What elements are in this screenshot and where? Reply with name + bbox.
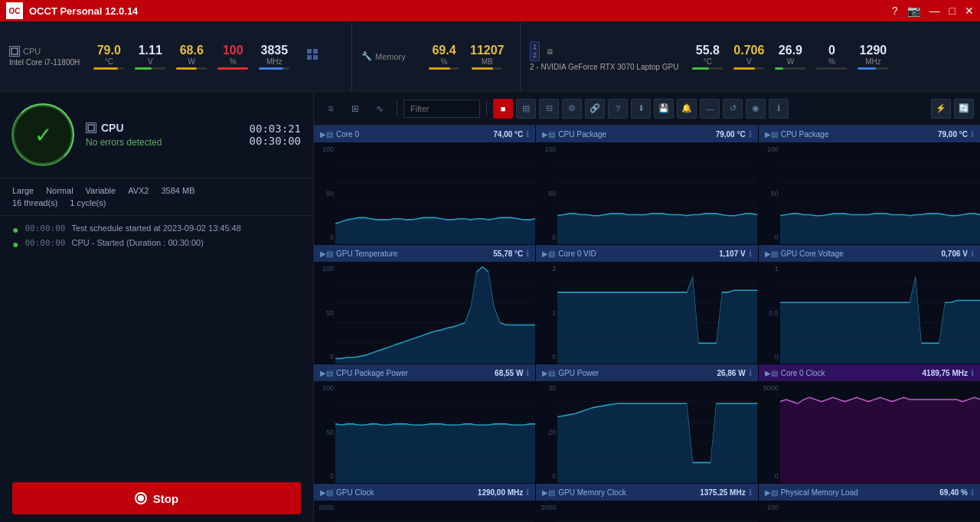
cpu-device-name: Intel Core i7-11800H (9, 58, 80, 67)
svg-marker-30 (557, 277, 757, 364)
graph-icon-8: ▶▤ (765, 369, 778, 377)
graph-header-2: ▶▤ CPU Package 79,00 °C ℹ (759, 126, 980, 142)
gpu-load-value: 0 (828, 44, 835, 57)
graph-info-9[interactable]: ℹ (526, 488, 529, 498)
graph-cell-8: ▶▤ Core 0 Clock 4189,75 MHz ℹ 50000 (759, 364, 980, 483)
graph-info-0[interactable]: ℹ (526, 129, 529, 139)
graph-value-4: 1,107 V (719, 250, 745, 258)
gpu-stats-group: 55.8 °C 0.706 V 26.9 W 0 % 1290 MHz (692, 44, 888, 70)
graph-value-10: 1375,25 MHz (700, 488, 745, 497)
titlebar: OC OCCT Personal 12.0.14 ? 📷 — □ ✕ (0, 0, 980, 21)
toolbar-save-icon[interactable]: 💾 (654, 99, 674, 119)
cpu-load-unit: % (230, 57, 237, 66)
stop-button[interactable]: Stop (12, 482, 301, 514)
cpu-grid-icon[interactable] (306, 48, 320, 64)
graph-canvas-6 (335, 381, 535, 483)
graph-value-7: 26,86 W (717, 369, 745, 377)
log-entry-1: ● 00:00:00 CPU - Started (Duration : 00:… (12, 238, 301, 250)
gpu-power-unit: W (787, 57, 794, 66)
graph-value-0: 74,00 °C (493, 130, 523, 139)
config-area: Large Normal Variable AVX2 3584 MB 16 th… (0, 178, 313, 216)
graph-yaxis-10: 20000 (536, 501, 557, 522)
toolbar-record-icon[interactable]: ◉ (746, 99, 766, 119)
graph-title-11: Physical Memory Load (781, 488, 937, 497)
toolbar-table-icon[interactable]: ⊟ (539, 99, 559, 119)
cpu-power-bar (176, 67, 207, 70)
graph-cell-0: ▶▤ Core 0 74,00 °C ℹ 100500 (314, 126, 535, 244)
toolbar-alert-icon[interactable]: 🔔 (677, 99, 697, 119)
graph-header-8: ▶▤ Core 0 Clock 4189,75 MHz ℹ (759, 364, 980, 381)
toolbar-settings-icon[interactable]: ⚙ (562, 99, 582, 119)
toolbar-minus-icon[interactable]: — (700, 99, 720, 119)
graph-body-4: 210 (536, 262, 757, 364)
graph-info-8[interactable]: ℹ (971, 368, 974, 378)
log-area: ● 00:00:00 Test schedule started at 2023… (0, 216, 313, 475)
cpu-volt-bar (135, 67, 165, 70)
cpu-label: CPU (9, 46, 41, 57)
toolbar-cycle-icon[interactable]: ↺ (723, 99, 743, 119)
graph-info-7[interactable]: ℹ (749, 368, 752, 378)
graph-yaxis-5: 10.50 (759, 262, 780, 364)
memory-mb-value: 11207 (470, 44, 505, 57)
cpu-volt-unit: V (148, 57, 153, 66)
check-icon: ✓ (34, 122, 52, 148)
cpu-power-unit: W (188, 57, 195, 66)
cpu-icon (9, 46, 20, 57)
graph-body-10: 20000 (536, 501, 757, 522)
graph-info-5[interactable]: ℹ (971, 249, 974, 259)
minimize-icon[interactable]: — (929, 5, 940, 17)
toolbar-download-icon[interactable]: ⬇ (631, 99, 651, 119)
toolbar-list-view[interactable]: ≡ (320, 99, 341, 119)
toolbar-chart-view[interactable]: ∿ (369, 99, 390, 119)
config-threads: 16 thread(s) (12, 198, 57, 207)
graph-body-5: 10.50 (759, 262, 980, 364)
close-icon[interactable]: ✕ (965, 5, 974, 17)
graph-cell-10: ▶▤ GPU Memory Clock 1375,25 MHz ℹ 20000 (536, 484, 757, 522)
gpu-power-bar (775, 67, 805, 70)
graph-icon-10: ▶▤ (542, 488, 555, 497)
graph-info-6[interactable]: ℹ (526, 368, 529, 378)
graph-header-10: ▶▤ GPU Memory Clock 1375,25 MHz ℹ (536, 484, 757, 501)
gpu-section-title: 1 2 🖥 2 - NVIDIA GeForce RTX 3070 Laptop… (530, 41, 678, 71)
graph-title-4: Core 0 VID (558, 250, 716, 258)
graph-info-10[interactable]: ℹ (749, 488, 752, 498)
log-time-0: 00:00:00 (24, 223, 65, 233)
toolbar-help-icon[interactable]: ? (608, 99, 628, 119)
toolbar-refresh-icon[interactable]: 🔄 (954, 99, 974, 119)
graph-info-4[interactable]: ℹ (749, 249, 752, 259)
log-text-0: Test schedule started at 2023-09-02 13:4… (71, 223, 240, 233)
graph-icon-2: ▶▤ (765, 130, 778, 139)
svg-rect-5 (88, 125, 94, 131)
toolbar-filter-icon[interactable]: ⚡ (931, 99, 951, 119)
graph-canvas-9 (335, 501, 535, 522)
gpu-clock-value: 1290 (860, 44, 887, 57)
graph-header-6: ▶▤ CPU Package Power 68,55 W ℹ (314, 364, 535, 381)
config-row-1: Large Normal Variable AVX2 3584 MB (12, 186, 301, 195)
memory-pct-bar (429, 67, 459, 70)
toolbar-grid-view[interactable]: ⊞ (345, 99, 366, 119)
graph-info-3[interactable]: ℹ (526, 249, 529, 259)
graph-info-2[interactable]: ℹ (971, 129, 974, 139)
log-time-1: 00:00:00 (24, 238, 65, 248)
help-icon[interactable]: ? (892, 5, 898, 17)
graph-title-7: GPU Power (558, 369, 714, 377)
cpu-title: CPU (86, 122, 237, 134)
config-size: Large (12, 186, 34, 195)
toolbar-chart-icon[interactable]: ▤ (516, 99, 536, 119)
gpu-volt-unit: V (746, 57, 752, 66)
toolbar-stop-icon[interactable]: ■ (493, 99, 513, 119)
graph-info-1[interactable]: ℹ (749, 129, 752, 139)
graph-info-11[interactable]: ℹ (971, 488, 974, 498)
graph-body-3: 100500 (314, 262, 535, 364)
graph-body-9: 20000 (314, 501, 535, 522)
cpu-stats-section: CPU Intel Core i7-11800H 79.0 °C 1.11 V … (0, 21, 352, 91)
graph-header-9: ▶▤ GPU Clock 1290,00 MHz ℹ (314, 484, 535, 501)
graph-value-5: 0,706 V (942, 250, 968, 258)
svg-rect-1 (307, 49, 312, 54)
camera-icon[interactable]: 📷 (907, 5, 920, 17)
toolbar-link-icon[interactable]: 🔗 (585, 99, 605, 119)
graph-cell-4: ▶▤ Core 0 VID 1,107 V ℹ 210 (536, 245, 757, 364)
maximize-icon[interactable]: □ (949, 5, 956, 17)
toolbar-info-icon[interactable]: ℹ (769, 99, 789, 119)
filter-input[interactable] (403, 100, 480, 118)
